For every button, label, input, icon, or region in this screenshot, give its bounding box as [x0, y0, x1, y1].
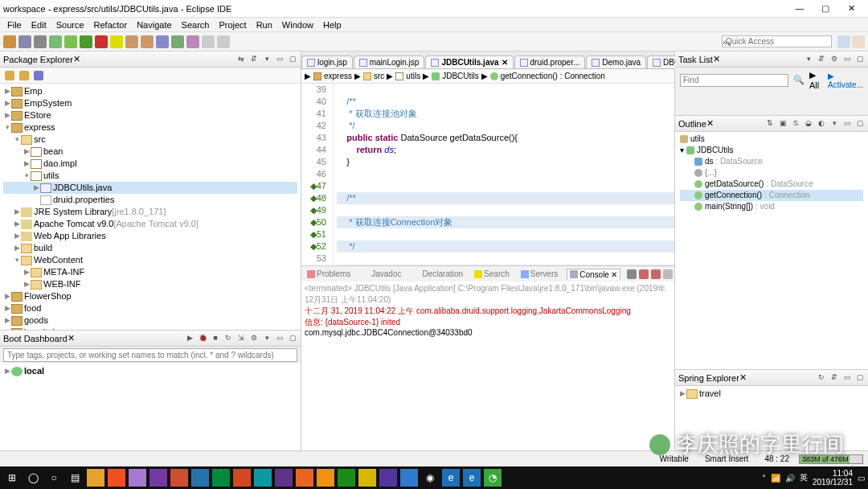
bd-refresh-icon[interactable]: ↻ [223, 334, 233, 343]
app-icon-6[interactable] [212, 469, 230, 487]
app-icon-11[interactable] [317, 469, 334, 487]
status-memory[interactable]: 383M of 476M [799, 454, 863, 464]
bd-debug-icon[interactable]: 🐞 [198, 334, 207, 343]
minimize-button[interactable]: — [792, 3, 807, 14]
folder-webinf[interactable]: WEB-INF [43, 278, 80, 290]
open-type-icon[interactable] [49, 35, 62, 48]
bc-project[interactable]: express [324, 72, 352, 80]
bd-max-icon[interactable]: ▢ [288, 334, 297, 343]
pkg-utils[interactable]: utils [43, 170, 59, 182]
quick-access-input[interactable] [722, 35, 832, 47]
explorer-icon[interactable] [87, 469, 104, 487]
pkg-bean[interactable]: bean [43, 146, 63, 158]
tray-date[interactable]: 2019/12/31 [813, 478, 853, 487]
terminate-icon[interactable] [95, 35, 108, 48]
tab-jdbcutils[interactable]: JDBCUtils.java ✕ [425, 55, 513, 68]
console-remove-all-icon[interactable] [651, 269, 661, 279]
code-content[interactable]: /** * 获取连接池对象 */ public static DataSourc… [334, 84, 674, 265]
run-icon[interactable] [80, 35, 92, 48]
new-icon[interactable] [3, 35, 16, 48]
tab-login[interactable]: login.jsp [301, 55, 353, 68]
hide-static-icon[interactable]: S [791, 119, 800, 129]
menu-refactor[interactable]: Refactor [90, 20, 132, 30]
close-button[interactable]: ✕ [844, 3, 858, 14]
debug-icon[interactable] [64, 35, 77, 48]
wechat-taskbar-icon[interactable]: ◔ [484, 469, 502, 487]
bc-pkg[interactable]: utils [406, 72, 420, 80]
file-druid-properties[interactable]: druid.properties [53, 194, 114, 206]
up-nav-icon[interactable] [34, 71, 43, 80]
boot-dash-local[interactable]: local [24, 365, 44, 377]
tab-declaration[interactable]: Declaration [411, 269, 466, 279]
tray-volume-icon[interactable]: 🔊 [785, 474, 795, 483]
menu-file[interactable]: File [3, 20, 26, 30]
menu-help[interactable]: Help [319, 20, 346, 30]
search-icon[interactable]: ◯ [24, 469, 42, 487]
chrome-icon[interactable]: ◉ [421, 469, 439, 487]
project-express[interactable]: express [24, 121, 55, 134]
taskview-icon[interactable]: ▤ [66, 469, 84, 487]
spring-travel[interactable]: travel [699, 388, 721, 400]
hide-local-icon[interactable]: ◐ [817, 119, 826, 129]
app-icon-9[interactable] [275, 469, 293, 487]
tab-problems[interactable]: Problems [305, 269, 353, 279]
new-class-icon[interactable] [141, 35, 154, 48]
app-icon-2[interactable] [129, 469, 146, 487]
package-explorer-tree[interactable]: ▶Emp ▶EmpSystem ▶EStore ▾express ▾src ▶b… [0, 84, 301, 330]
console-clear-icon[interactable] [663, 269, 673, 279]
folder-src[interactable]: src [34, 134, 46, 146]
project-estore[interactable]: EStore [24, 109, 51, 121]
save-icon[interactable] [18, 35, 31, 48]
outline-tree[interactable]: utils ▾ JDBCUtils ds: DataSource {...} g… [675, 132, 868, 369]
outline-getconnection[interactable]: getConnection() [705, 190, 762, 201]
annotation-icon[interactable] [171, 35, 184, 48]
project-emp[interactable]: Emp [24, 85, 43, 97]
outline-menu-icon[interactable]: ▾ [829, 119, 839, 129]
task-all-link[interactable]: ▶ All [809, 70, 823, 90]
file-jdbcutils[interactable]: JDBCUtils.java [53, 182, 112, 194]
bd-min-icon[interactable]: ▭ [275, 334, 285, 343]
save-all-icon[interactable] [34, 35, 47, 48]
app-icon-5[interactable] [191, 469, 209, 487]
start-button[interactable]: ⊞ [3, 469, 21, 487]
forward-nav-icon[interactable] [19, 71, 29, 80]
coverage-icon[interactable] [110, 35, 123, 48]
maximize-button[interactable]: ▢ [818, 3, 833, 14]
cortana-icon[interactable]: ○ [45, 469, 63, 487]
pkg-dao-impl[interactable]: dao.impl [43, 158, 77, 170]
tray-notifications-icon[interactable]: ▭ [858, 474, 865, 483]
bd-run-icon[interactable]: ▶ [185, 334, 194, 343]
bd-stop-icon[interactable]: ■ [211, 334, 220, 343]
app-icon-7[interactable] [233, 469, 251, 487]
task-find-input[interactable] [680, 74, 788, 87]
bd-menu-icon[interactable]: ▾ [262, 334, 272, 343]
search-icon[interactable] [156, 35, 169, 48]
perspective-java-icon[interactable] [837, 35, 850, 48]
boot-dash-filter-input[interactable] [3, 348, 297, 362]
lib-jre[interactable]: JRE System Library [34, 206, 112, 218]
tray-time[interactable]: 11:04 [833, 469, 853, 478]
collapse-all-icon[interactable]: ⇆ [236, 55, 246, 64]
perspective-javaee-icon[interactable] [852, 35, 865, 48]
outline-getdatasource[interactable]: getDataSource() [705, 179, 764, 190]
ie-icon[interactable]: e [463, 469, 481, 487]
breadcrumb[interactable]: ▶ express ▶ src ▶ utils ▶ JDBCUtils ▶ ge… [301, 69, 674, 84]
menu-source[interactable]: Source [52, 20, 88, 30]
bc-class[interactable]: JDBCUtils [442, 72, 479, 80]
view-menu-icon[interactable]: ▾ [262, 55, 272, 64]
menu-window[interactable]: Window [278, 20, 317, 30]
lib-webapp[interactable]: Web App Libraries [34, 230, 106, 242]
hide-fields-icon[interactable]: ▣ [778, 119, 788, 129]
minimize-view-icon[interactable]: ▭ [275, 55, 285, 64]
tray-ime[interactable]: 英 [800, 472, 808, 483]
back-icon[interactable] [202, 35, 215, 48]
console-output[interactable]: <terminated> JDBCUtils [Java Application… [301, 281, 674, 466]
bd-filter-icon[interactable]: ⚙ [249, 334, 259, 343]
app-icon-13[interactable] [358, 469, 376, 487]
outline-ds[interactable]: ds [705, 156, 714, 167]
project-flowershop[interactable]: FlowerShop [24, 290, 72, 302]
project-empsystem[interactable]: EmpSystem [24, 97, 72, 109]
task-activate-link[interactable]: ▶ Activate... [828, 72, 863, 89]
console-terminate-icon[interactable] [627, 269, 637, 279]
min-toggle-icon[interactable] [186, 35, 199, 48]
